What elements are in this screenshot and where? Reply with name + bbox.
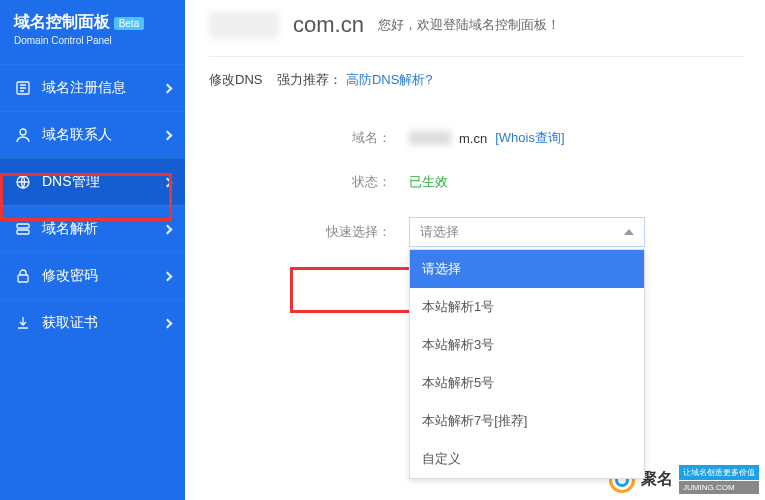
footer-brand: 聚名 bbox=[641, 469, 673, 490]
svg-rect-4 bbox=[17, 230, 29, 234]
domain-suffix: com.cn bbox=[293, 12, 364, 38]
welcome-text: 您好，欢迎登陆域名控制面板！ bbox=[378, 16, 560, 34]
svg-rect-3 bbox=[17, 224, 29, 228]
page-header: com.cn 您好，欢迎登陆域名控制面板！ bbox=[209, 12, 745, 38]
sidebar-nav: 域名注册信息 域名联系人 DNS管理 域名解析 修改密码 bbox=[0, 64, 185, 346]
chevron-right-icon bbox=[163, 83, 173, 93]
sidebar-item-label: DNS管理 bbox=[42, 173, 164, 191]
domain-value-suffix: m.cn bbox=[459, 131, 487, 146]
user-icon bbox=[14, 126, 32, 144]
chevron-right-icon bbox=[163, 271, 173, 281]
svg-rect-5 bbox=[18, 275, 28, 282]
quick-select-dropdown: 请选择 本站解析1号 本站解析3号 本站解析5号 本站解析7号[推荐] 自定义 bbox=[409, 249, 645, 479]
divider bbox=[209, 56, 745, 57]
sidebar: 域名控制面板 Beta Domain Control Panel 域名注册信息 … bbox=[0, 0, 185, 500]
chevron-right-icon bbox=[163, 130, 173, 140]
quick-select-trigger[interactable]: 请选择 bbox=[409, 217, 645, 247]
select-option[interactable]: 本站解析1号 bbox=[410, 288, 644, 326]
select-option[interactable]: 请选择 bbox=[410, 250, 644, 288]
brand-title: 域名控制面板 bbox=[14, 13, 110, 30]
select-option[interactable]: 自定义 bbox=[410, 440, 644, 478]
sidebar-item-label: 修改密码 bbox=[42, 267, 164, 285]
domain-label: 域名： bbox=[209, 129, 409, 147]
quick-select: 请选择 请选择 本站解析1号 本站解析3号 本站解析5号 本站解析7号[推荐] … bbox=[409, 217, 645, 247]
sidebar-item-password[interactable]: 修改密码 bbox=[0, 252, 185, 299]
select-option[interactable]: 本站解析7号[推荐] bbox=[410, 402, 644, 440]
server-icon bbox=[14, 220, 32, 238]
sidebar-item-cert[interactable]: 获取证书 bbox=[0, 299, 185, 346]
quick-select-label: 快速选择： bbox=[209, 223, 409, 241]
lock-icon bbox=[14, 267, 32, 285]
domain-name-blur bbox=[209, 12, 279, 38]
brand-subtitle: Domain Control Panel bbox=[14, 35, 144, 46]
recommend-link[interactable]: 高防DNS解析? bbox=[346, 72, 433, 87]
sidebar-item-dns[interactable]: DNS管理 bbox=[0, 158, 185, 205]
sidebar-item-label: 域名解析 bbox=[42, 220, 164, 238]
chevron-right-icon bbox=[163, 318, 173, 328]
breadcrumb-current: 修改DNS bbox=[209, 72, 262, 87]
sidebar-item-label: 域名联系人 bbox=[42, 126, 164, 144]
triangle-up-icon bbox=[624, 229, 634, 235]
sidebar-item-label: 获取证书 bbox=[42, 314, 164, 332]
recommend-prefix: 强力推荐： bbox=[277, 72, 342, 87]
domain-value-blur bbox=[409, 131, 451, 145]
download-icon bbox=[14, 314, 32, 332]
sidebar-item-label: 域名注册信息 bbox=[42, 79, 164, 97]
svg-point-1 bbox=[20, 129, 26, 135]
status-value: 已生效 bbox=[409, 173, 448, 191]
chevron-right-icon bbox=[163, 177, 173, 187]
chevron-right-icon bbox=[163, 224, 173, 234]
breadcrumb: 修改DNS 强力推荐：高防DNS解析? bbox=[209, 71, 745, 89]
footer-tagline: 让域名创造更多价值 bbox=[679, 465, 759, 480]
status-label: 状态： bbox=[209, 173, 409, 191]
sidebar-item-contact[interactable]: 域名联系人 bbox=[0, 111, 185, 158]
main-content: com.cn 您好，欢迎登陆域名控制面板！ 修改DNS 强力推荐：高防DNS解析… bbox=[185, 0, 765, 500]
sidebar-item-domain-reg[interactable]: 域名注册信息 bbox=[0, 64, 185, 111]
dns-form: 域名： m.cn [Whois查询] 状态： 已生效 快速选择： 请选择 bbox=[209, 129, 745, 247]
note-icon bbox=[14, 79, 32, 97]
brand: 域名控制面板 Beta Domain Control Panel bbox=[0, 6, 185, 64]
sidebar-item-resolve[interactable]: 域名解析 bbox=[0, 205, 185, 252]
select-option[interactable]: 本站解析5号 bbox=[410, 364, 644, 402]
select-option[interactable]: 本站解析3号 bbox=[410, 326, 644, 364]
footer-url: JUMING.COM bbox=[679, 481, 759, 494]
whois-link[interactable]: [Whois查询] bbox=[495, 129, 564, 147]
quick-select-value: 请选择 bbox=[420, 223, 459, 241]
beta-badge: Beta bbox=[114, 17, 145, 30]
globe-icon bbox=[14, 173, 32, 191]
